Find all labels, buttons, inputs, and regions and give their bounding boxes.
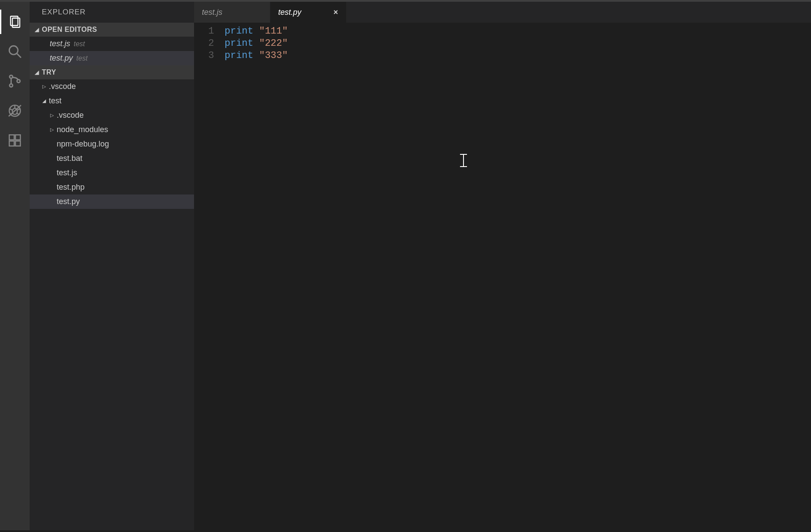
editor-tab[interactable]: test.py× bbox=[270, 2, 347, 23]
open-editor-item[interactable]: test.jstest bbox=[30, 37, 194, 51]
workspace-header[interactable]: ◢ TRY bbox=[30, 65, 194, 79]
folder-name: test bbox=[49, 96, 61, 106]
svg-point-6 bbox=[17, 79, 20, 82]
activity-explorer-icon[interactable] bbox=[0, 7, 30, 37]
open-editor-filename: test.py bbox=[50, 54, 73, 63]
line-number: 3 bbox=[194, 50, 214, 62]
svg-rect-18 bbox=[15, 135, 20, 140]
file-item[interactable]: test.php bbox=[30, 180, 194, 194]
folder-name: .vscode bbox=[49, 82, 76, 91]
svg-point-4 bbox=[10, 75, 13, 78]
workspace-label: TRY bbox=[42, 68, 56, 76]
code-line[interactable]: print "333" bbox=[225, 50, 811, 62]
svg-rect-16 bbox=[9, 141, 14, 146]
line-number-gutter: 123 bbox=[194, 25, 225, 530]
svg-line-10 bbox=[10, 109, 13, 110]
folder-item[interactable]: ◢test bbox=[30, 94, 194, 108]
line-number: 1 bbox=[194, 25, 214, 38]
svg-rect-15 bbox=[9, 135, 14, 140]
tab-filename: test.js bbox=[202, 8, 255, 17]
token-keyword: print bbox=[225, 26, 253, 37]
file-name: test.php bbox=[57, 183, 85, 192]
code-area[interactable]: 123 print "111"print "222"print "333" bbox=[194, 23, 811, 530]
folder-item[interactable]: ▷node_modules bbox=[30, 123, 194, 137]
open-editors-header[interactable]: ◢ OPEN EDITORS bbox=[30, 23, 194, 37]
open-editors-list: test.jstesttest.pytest bbox=[30, 37, 194, 65]
open-editors-label: OPEN EDITORS bbox=[42, 26, 97, 34]
activity-bar bbox=[0, 2, 30, 530]
open-editor-filename: test.js bbox=[50, 39, 70, 48]
file-item[interactable]: test.js bbox=[30, 166, 194, 180]
code-content[interactable]: print "111"print "222"print "333" bbox=[225, 25, 811, 530]
token-keyword: print bbox=[225, 38, 253, 49]
file-item[interactable]: test.bat bbox=[30, 151, 194, 166]
token-string: "111" bbox=[259, 26, 288, 37]
line-number: 2 bbox=[194, 38, 214, 50]
triangle-down-icon: ◢ bbox=[33, 69, 41, 75]
file-name: npm-debug.log bbox=[57, 140, 109, 149]
open-editor-dir: test bbox=[76, 55, 88, 62]
text-cursor-icon bbox=[460, 154, 467, 167]
activity-debug-icon[interactable] bbox=[0, 96, 30, 126]
activity-extensions-icon[interactable] bbox=[0, 126, 30, 155]
svg-rect-17 bbox=[15, 141, 20, 146]
tab-filename: test.py bbox=[278, 8, 331, 17]
tab-bar: test.js×test.py× bbox=[194, 2, 811, 23]
file-item[interactable]: test.py bbox=[30, 194, 194, 209]
file-name: test.bat bbox=[57, 154, 82, 163]
close-icon[interactable]: × bbox=[331, 8, 340, 17]
svg-line-3 bbox=[17, 53, 21, 58]
triangle-down-icon: ◢ bbox=[33, 27, 41, 33]
triangle-right-icon: ▷ bbox=[49, 113, 55, 118]
svg-line-13 bbox=[17, 113, 19, 115]
folder-name: .vscode bbox=[57, 111, 84, 120]
app-root: EXPLORER ◢ OPEN EDITORS test.jstesttest.… bbox=[0, 2, 811, 530]
editor-tab[interactable]: test.js× bbox=[194, 2, 270, 23]
folder-item[interactable]: ▷.vscode bbox=[30, 108, 194, 123]
token-string: "222" bbox=[259, 38, 288, 49]
file-item[interactable]: npm-debug.log bbox=[30, 137, 194, 151]
explorer-sidebar: EXPLORER ◢ OPEN EDITORS test.jstesttest.… bbox=[30, 2, 194, 530]
triangle-right-icon: ▷ bbox=[49, 127, 55, 133]
token-string: "333" bbox=[259, 50, 288, 61]
folder-name: node_modules bbox=[57, 125, 108, 134]
svg-point-5 bbox=[10, 84, 13, 87]
explorer-title: EXPLORER bbox=[30, 2, 194, 23]
editor-pane: test.js×test.py× 123 print "111"print "2… bbox=[194, 2, 811, 530]
open-editor-dir: test bbox=[74, 40, 85, 48]
activity-search-icon[interactable] bbox=[0, 37, 30, 66]
svg-point-2 bbox=[9, 46, 18, 55]
open-editor-item[interactable]: test.pytest bbox=[30, 51, 194, 65]
triangle-right-icon: ▷ bbox=[41, 84, 47, 89]
code-line[interactable]: print "111" bbox=[225, 25, 811, 38]
triangle-down-icon: ◢ bbox=[41, 98, 47, 104]
token-keyword: print bbox=[225, 50, 253, 61]
code-line[interactable]: print "222" bbox=[225, 38, 811, 50]
file-name: test.js bbox=[57, 168, 77, 177]
svg-line-11 bbox=[17, 109, 20, 110]
activity-source-control-icon[interactable] bbox=[0, 66, 30, 96]
file-tree: ▷.vscode◢test▷.vscode▷node_modulesnpm-de… bbox=[30, 79, 194, 209]
file-name: test.py bbox=[57, 197, 80, 206]
folder-item[interactable]: ▷.vscode bbox=[30, 79, 194, 94]
